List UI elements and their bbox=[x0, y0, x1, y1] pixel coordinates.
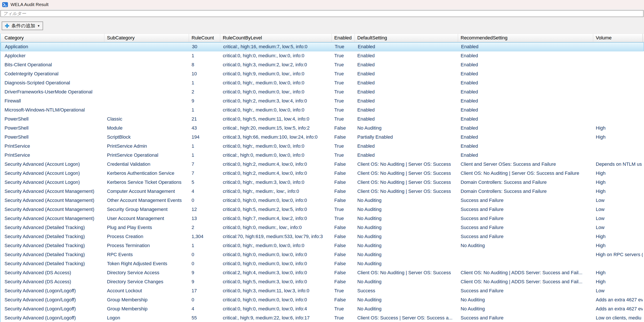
cell-enabled: True bbox=[332, 89, 355, 95]
cell-category: Security Advanced (Logon/Logoff) bbox=[1, 297, 104, 303]
table-row[interactable]: Security Advanced (Account Management)Ot… bbox=[1, 196, 644, 205]
cell-category: Security Advanced (Account Logon) bbox=[1, 162, 104, 167]
cell-volume: High bbox=[593, 170, 643, 176]
cell-volume: Low bbox=[593, 216, 643, 221]
cell-recommendedsetting: Enabled bbox=[458, 143, 593, 149]
table-row[interactable]: PowerShellModule43critical:, high:20, me… bbox=[1, 124, 644, 132]
cell-rulecount: 55 bbox=[189, 315, 220, 321]
cell-rulecount: 1 bbox=[189, 243, 220, 248]
table-row[interactable]: Firewall9critical:0, high:2, medium:3, l… bbox=[1, 96, 644, 106]
add-condition-label: 条件の追加 bbox=[12, 22, 35, 29]
cell-category: Security Advanced (Detailed Tracking) bbox=[1, 225, 104, 230]
table-row[interactable]: PowerShellClassic21critical:0, high:5, m… bbox=[1, 114, 644, 124]
cell-recommendedsetting: Enabled bbox=[458, 125, 593, 131]
cell-defaultsetting: Enabled bbox=[355, 98, 458, 104]
cell-defaultsetting: Partially Enabled bbox=[355, 134, 458, 140]
cell-recommendedsetting: Enabled bbox=[458, 116, 593, 122]
table-row[interactable]: Security Advanced (Account Management)Co… bbox=[1, 187, 644, 196]
table-row[interactable]: Security Advanced (Detailed Tracking)RPC… bbox=[1, 250, 644, 259]
filter-input[interactable] bbox=[0, 10, 644, 17]
cell-enabled: True bbox=[332, 53, 355, 58]
column-header-defaultsetting[interactable]: DefaultSetting bbox=[355, 34, 458, 42]
cell-recommendedsetting: Client OS: No Auditing | Server OS: Succ… bbox=[458, 170, 593, 176]
cell-recommendedsetting: Enabled bbox=[458, 98, 593, 104]
cell-defaultsetting: Enabled bbox=[355, 44, 458, 50]
cell-subcategory: Directory Service Changes bbox=[104, 279, 189, 284]
table-row[interactable]: Security Advanced (DS Access)Directory S… bbox=[1, 268, 644, 277]
cell-category: Application bbox=[1, 44, 105, 50]
table-row[interactable]: Security Advanced (Logon/Logoff)Account … bbox=[1, 286, 644, 295]
table-row[interactable]: PrintServicePrintService Admin1critical:… bbox=[1, 142, 644, 151]
plus-icon bbox=[5, 24, 10, 28]
cell-defaultsetting: No Auditing bbox=[355, 216, 458, 221]
cell-enabled: False bbox=[332, 225, 355, 230]
add-condition-button[interactable]: 条件の追加 ▼ bbox=[2, 22, 43, 30]
cell-rulecountbylevel: critical:, high:9, medium:22, low:6, inf… bbox=[220, 315, 332, 321]
table-row[interactable]: Security Advanced (Account Logon)Credent… bbox=[1, 160, 644, 169]
table-row[interactable]: Microsoft-Windows-NTLM/Operational1criti… bbox=[1, 106, 644, 114]
cell-rulecountbylevel: critical:0, high:, medium:0, low:0, info… bbox=[220, 243, 332, 248]
table-row[interactable]: Security Advanced (Account Management)Us… bbox=[1, 214, 644, 223]
cell-category: PrintService bbox=[1, 143, 104, 149]
cell-rulecountbylevel: critical:0, high:, medium:0, low:0, info… bbox=[220, 107, 332, 113]
table-row[interactable]: Security Advanced (Logon/Logoff)Group Me… bbox=[1, 295, 644, 304]
table-row[interactable]: PrintServicePrintService Operational1cri… bbox=[1, 151, 644, 160]
table-row[interactable]: Security Advanced (Logon/Logoff)Group Me… bbox=[1, 304, 644, 314]
column-header-rulecountbylevel[interactable]: RuleCountByLevel bbox=[220, 34, 332, 42]
cell-enabled: True bbox=[332, 44, 355, 50]
table-row[interactable]: Application30critical:, high:16, medium:… bbox=[1, 42, 644, 51]
table-row[interactable]: Security Advanced (Detailed Tracking)Plu… bbox=[1, 223, 644, 232]
cell-category: PowerShell bbox=[1, 125, 104, 131]
table-row[interactable]: CodeIntegrity Operational10critical:0, h… bbox=[1, 69, 644, 78]
cell-recommendedsetting: Enabled bbox=[458, 44, 594, 50]
table-row[interactable]: Security Advanced (Detailed Tracking)Tok… bbox=[1, 259, 644, 268]
column-header-category[interactable]: Category bbox=[1, 34, 104, 42]
table-row[interactable]: Bits-Client Operational8critical:0, high… bbox=[1, 60, 644, 69]
cell-enabled: True bbox=[332, 143, 355, 149]
cell-enabled: True bbox=[332, 207, 355, 212]
column-header-rulecount[interactable]: RuleCount bbox=[189, 34, 220, 42]
cell-enabled: False bbox=[332, 198, 355, 203]
cell-recommendedsetting: Enabled bbox=[458, 80, 593, 86]
cell-rulecountbylevel: critical:0, high:, medium:0, low:0, info… bbox=[220, 143, 332, 149]
cell-subcategory: Other Account Management Events bbox=[104, 198, 189, 203]
toolbar: 条件の追加 ▼ bbox=[0, 18, 644, 34]
cell-recommendedsetting: Enabled bbox=[458, 89, 593, 95]
table-row[interactable]: DriverFrameworks-UserMode Operational2cr… bbox=[1, 88, 644, 96]
table-row[interactable]: Security Advanced (Detailed Tracking)Pro… bbox=[1, 232, 644, 241]
cell-rulecountbylevel: critical:0, high:2, medium:4, low:0, inf… bbox=[220, 170, 332, 176]
audit-result-table: CategorySubCategoryRuleCountRuleCountByL… bbox=[0, 34, 644, 322]
column-header-volume[interactable]: Volume bbox=[593, 34, 643, 42]
cell-subcategory: Process Termination bbox=[104, 243, 189, 248]
table-row[interactable]: Applocker1critical:0, high:0, medium:, l… bbox=[1, 51, 644, 60]
column-header-enabled[interactable]: Enabled bbox=[332, 34, 355, 42]
cell-enabled: True bbox=[332, 288, 355, 294]
cell-defaultsetting: No Auditing bbox=[355, 243, 458, 248]
cell-volume: Low bbox=[593, 288, 643, 294]
column-header-subcategory[interactable]: SubCategory bbox=[104, 34, 189, 42]
cell-rulecount: 2 bbox=[189, 225, 220, 230]
cell-defaultsetting: No Auditing bbox=[355, 207, 458, 212]
cell-defaultsetting: No Auditing bbox=[355, 306, 458, 312]
table-row[interactable]: Security Advanced (Account Logon)Kerbero… bbox=[1, 178, 644, 187]
cell-category: Security Advanced (Account Management) bbox=[1, 198, 104, 203]
table-row[interactable]: Security Advanced (Logon/Logoff)Logon55c… bbox=[1, 314, 644, 322]
cell-recommendedsetting: Domain Controllers: Success and Failure bbox=[458, 188, 593, 194]
cell-category: Applocker bbox=[1, 53, 104, 58]
table-row[interactable]: Security Advanced (Account Logon)Kerbero… bbox=[1, 169, 644, 178]
cell-volume: Low bbox=[593, 198, 643, 203]
table-row[interactable]: Diagnosis-Scripted Operational1critical:… bbox=[1, 78, 644, 88]
table-row[interactable]: Security Advanced (Detailed Tracking)Pro… bbox=[1, 241, 644, 250]
table-row[interactable]: PowerShellScriptBlock194critical:3, high… bbox=[1, 132, 644, 142]
cell-defaultsetting: Success bbox=[355, 288, 458, 294]
cell-recommendedsetting: Success and Failure bbox=[458, 315, 593, 321]
cell-rulecount: 1 bbox=[189, 80, 220, 86]
column-header-recommendedsetting[interactable]: RecommendedSetting bbox=[458, 34, 593, 42]
table-row[interactable]: Security Advanced (Account Management)Se… bbox=[1, 205, 644, 214]
filter-bar bbox=[0, 9, 644, 18]
cell-recommendedsetting: No Auditing bbox=[458, 297, 593, 303]
table-row[interactable]: Security Advanced (DS Access)Directory S… bbox=[1, 277, 644, 286]
cell-rulecount: 1 bbox=[189, 143, 220, 149]
cell-rulecount: 8 bbox=[189, 62, 220, 68]
cell-rulecountbylevel: critical:0, high:2, medium:3, low:4, inf… bbox=[220, 98, 332, 104]
